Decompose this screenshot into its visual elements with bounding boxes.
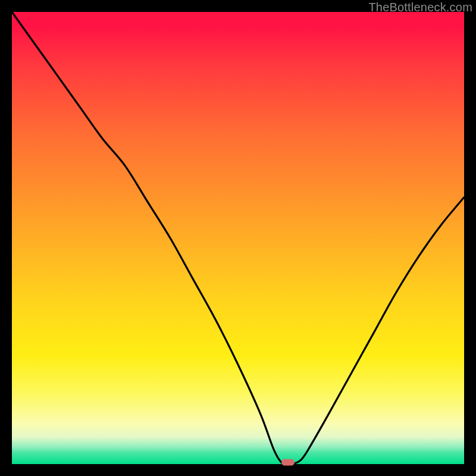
watermark-text: TheBottleneck.com (368, 1, 472, 14)
optimal-point-marker (281, 459, 295, 466)
chart-frame: TheBottleneck.com (0, 0, 476, 476)
bottleneck-curve (12, 12, 464, 464)
